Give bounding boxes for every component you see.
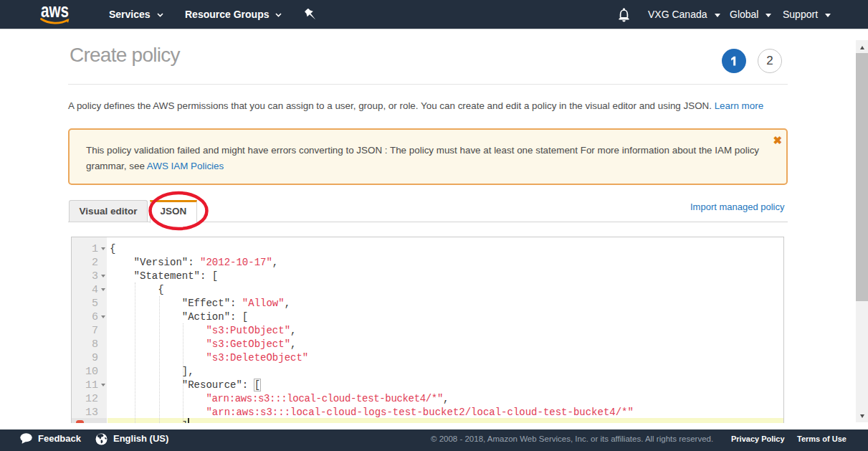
svg-text:aws: aws	[41, 0, 69, 22]
